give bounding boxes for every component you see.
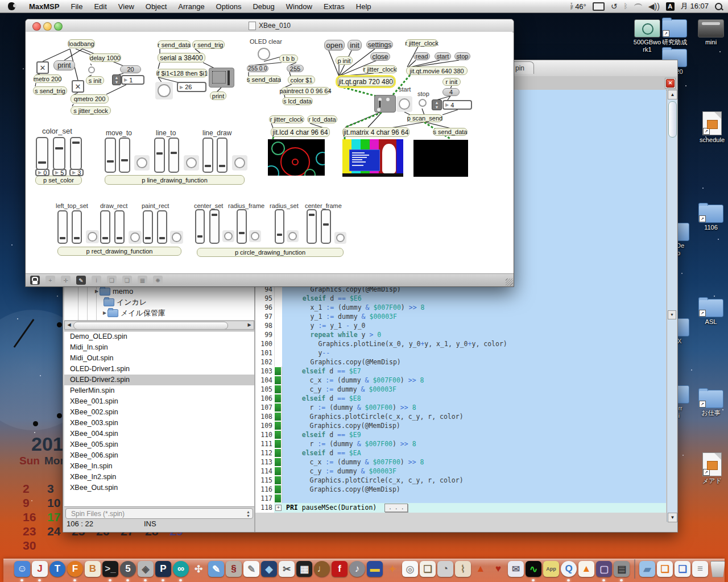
code-line[interactable]: 99 repeat while y > 0 xyxy=(255,330,666,339)
max-bang-button[interactable] xyxy=(232,155,247,171)
display-menu-icon[interactable] xyxy=(593,2,605,11)
dock-stack-web[interactable]: ❏ xyxy=(656,560,673,577)
max-slider[interactable] xyxy=(168,138,179,173)
max-bang-button[interactable] xyxy=(222,230,234,242)
max-obj-qmetro-200[interactable]: qmetro 200 xyxy=(71,94,109,103)
code-line[interactable]: 97 y_1 := dummy & $00003F xyxy=(255,312,666,321)
max-obj-paintrect-0-0-96-64[interactable]: paintrect 0 0 96 64 xyxy=(281,87,330,95)
max-msg-20[interactable]: 20 xyxy=(120,65,141,73)
menu-options[interactable]: Options xyxy=(210,2,247,11)
menu-object[interactable]: Object xyxy=(140,2,173,11)
hscroll-thumb[interactable] xyxy=(73,322,228,330)
dock-five[interactable]: 5 xyxy=(119,560,136,577)
menu-edit[interactable]: Edit xyxy=(88,2,112,11)
max-slider[interactable] xyxy=(275,209,284,244)
code-line[interactable]: 108 Graphics.plotCircle(c_x, c_y, r, col… xyxy=(255,412,666,421)
bluetooth-icon[interactable]: ᛒ xyxy=(624,2,628,10)
max-slider[interactable] xyxy=(70,137,82,170)
menu-file[interactable]: File xyxy=(65,2,88,11)
max-msg-init[interactable]: init xyxy=(348,40,362,51)
max-slider[interactable] xyxy=(57,210,68,244)
max-obj-delay-1000[interactable]: delay 1000 xyxy=(89,53,121,62)
code-line[interactable]: 98 y := y_1 - y_0 xyxy=(255,321,666,330)
tree-scroll-down-icon[interactable]: ▼ xyxy=(668,310,676,319)
wifi-icon[interactable] xyxy=(634,3,642,9)
tree-folder-[interactable]: インカレ xyxy=(64,297,254,307)
dock-pepper[interactable]: ♥ xyxy=(490,560,507,577)
dock-arduino[interactable]: ∞ xyxy=(172,560,189,577)
code-line[interactable]: 106 elseif d == $E8 xyxy=(255,394,666,403)
max-slider[interactable] xyxy=(53,137,65,170)
max-msg-close[interactable]: close xyxy=(370,52,390,61)
max-obj-s-send-data[interactable]: s send_data xyxy=(247,76,281,84)
max-gswitch[interactable] xyxy=(374,95,396,113)
max-obj-s-send-data[interactable]: s send_data xyxy=(433,128,468,136)
menu-bar-clock[interactable]: 月 16:07 xyxy=(681,1,709,11)
max-msg-start[interactable]: start xyxy=(435,52,451,60)
max-toggle[interactable]: ✕ xyxy=(36,61,49,74)
max-slider[interactable] xyxy=(321,209,331,244)
code-line[interactable]: 116 Graphics.copy(@MemDisp) xyxy=(255,485,666,494)
dock-cube[interactable]: ◈ xyxy=(137,560,154,577)
dock-garageband[interactable]: ♩ xyxy=(313,560,330,577)
code-line[interactable]: 102 Graphics.copy(@MemDisp) xyxy=(255,357,666,367)
max-obj-s-init[interactable]: s init xyxy=(86,76,104,85)
max-titlebar[interactable]: XBee_010 xyxy=(26,19,514,32)
dock-folder-stack[interactable]: ▰ xyxy=(639,560,656,577)
max-msg-open[interactable]: open xyxy=(324,40,345,51)
max-obj-jit-qt-movie-640-380[interactable]: jit.qt.movie 640 380 xyxy=(406,66,468,75)
volume-icon[interactable]: ◀)) xyxy=(648,2,660,11)
file-item-demo-oled-spin[interactable]: Demo_OLED.spin xyxy=(64,331,254,342)
max-slider[interactable] xyxy=(105,138,116,173)
max-obj-color-1[interactable]: color $1 xyxy=(288,76,315,84)
file-item-oled-driver1-spin[interactable]: OLED-Driver1.spin xyxy=(64,364,254,375)
max-slider[interactable] xyxy=(114,210,125,244)
code-line[interactable]: 110 elseif d == $E9 xyxy=(255,430,666,439)
disclosure-icon[interactable]: ▶ xyxy=(102,310,107,315)
toolbar-icon-[interactable]: ✎ xyxy=(76,276,86,285)
lock-icon[interactable] xyxy=(30,276,40,285)
max-incdec[interactable]: ▲▼ xyxy=(432,99,442,110)
max-matrixctrl[interactable] xyxy=(209,68,234,88)
dock-dashcode[interactable]: ◆ xyxy=(260,560,278,577)
menu-extras[interactable]: Extras xyxy=(318,2,350,11)
code-line[interactable]: 101 y-- xyxy=(255,348,666,357)
max-obj-r-lcd-data[interactable]: r lcd_data xyxy=(307,115,337,123)
file-item-oled-driver2-spin[interactable]: OLED-Driver2.spin xyxy=(64,375,254,385)
code-line[interactable]: 95 elseif d == $E6 xyxy=(255,294,666,303)
dock-midi-keyboard[interactable]: ▦ xyxy=(296,560,313,577)
toolbar-icon-[interactable]: ✛ xyxy=(61,276,71,285)
max-obj-metro-200[interactable]: metro 200 xyxy=(34,74,61,83)
dock-fox-figure[interactable]: ✦ xyxy=(384,560,401,577)
file-item-xbee-003-spin[interactable]: XBee_003.spin xyxy=(64,418,254,429)
dock-mail-q[interactable]: ✉ xyxy=(507,560,524,577)
max-obj-serial-a-38400[interactable]: serial a 38400 xyxy=(158,53,205,63)
max-obj-jit-matrix-4-char-96-64[interactable]: jit.matrix 4 char 96 64 xyxy=(342,127,410,137)
dock-itunes[interactable]: ♪ xyxy=(349,560,366,577)
fold-toggle-icon[interactable]: + xyxy=(275,505,282,511)
dock-flash[interactable]: f xyxy=(331,560,348,577)
max-msg-settings[interactable]: settings xyxy=(366,40,393,49)
max-bang-button[interactable] xyxy=(396,96,412,112)
dock-thunderbird[interactable]: T xyxy=(49,560,66,577)
ellipsis-button[interactable]: . . . xyxy=(384,504,408,512)
dock-colorsync[interactable]: ◔ xyxy=(437,560,454,577)
max-slider[interactable] xyxy=(100,210,110,244)
dock-imovie[interactable]: ▬ xyxy=(366,560,383,577)
max-obj-r-send-data[interactable]: r send_data xyxy=(158,40,191,49)
max-obj-loadbang[interactable]: loadbang xyxy=(68,39,95,48)
max-bang-button[interactable] xyxy=(417,97,428,109)
code-line[interactable]: 117 xyxy=(255,494,666,503)
file-item-pellermin-spin[interactable]: PellerMin.spin xyxy=(64,385,254,396)
dock-screen-share[interactable]: ▢ xyxy=(595,560,613,577)
max-obj-jit-qt-grab-720-480[interactable]: jit.qt.grab 720 480 xyxy=(337,77,394,86)
file-item-xbee-002-spin[interactable]: XBee_002.spin xyxy=(64,407,254,418)
code-line[interactable]: 107 r := (dummy & $007F00) >> 8 xyxy=(255,403,666,412)
scroll-left-icon[interactable]: ◀ xyxy=(65,322,73,329)
menu-window[interactable]: Window xyxy=(280,2,318,11)
max-slider[interactable] xyxy=(307,209,317,244)
max-obj-r-jitter-clock[interactable]: r jitter_clock xyxy=(269,115,304,123)
file-list[interactable]: Demo_OLED.spinMidi_In.spinMidi_Out.spinO… xyxy=(64,331,255,507)
dock-app-sticky[interactable]: App xyxy=(543,560,560,577)
desktop-icon-mini[interactable]: mini xyxy=(693,19,728,46)
